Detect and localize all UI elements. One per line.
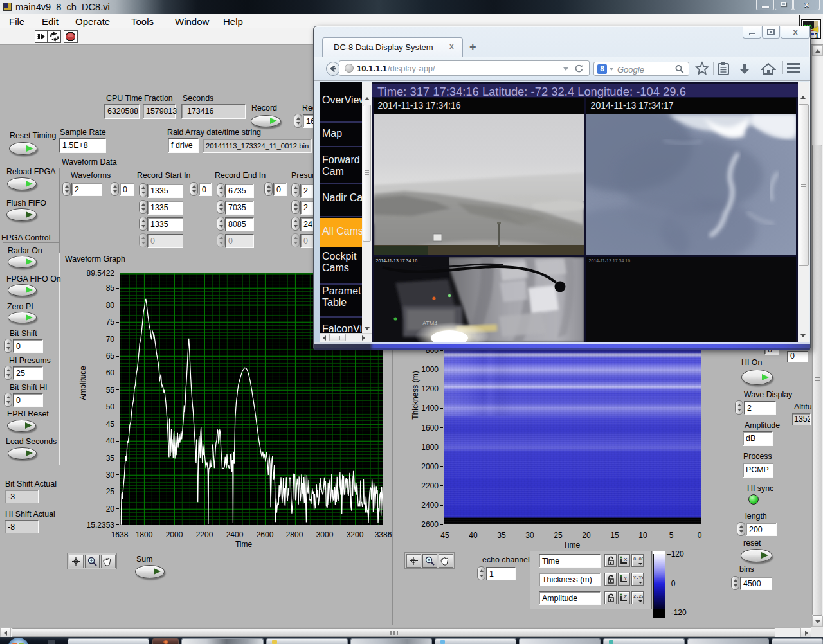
svg-text:8.88: 8.88 [633, 557, 643, 562]
svg-text:X: X [624, 557, 628, 562]
svg-text:Z: Z [624, 594, 627, 600]
svg-text:2.22: 2.22 [633, 594, 643, 599]
svg-text:Y.YY: Y.YY [633, 575, 643, 580]
svg-text:Y: Y [624, 575, 628, 581]
